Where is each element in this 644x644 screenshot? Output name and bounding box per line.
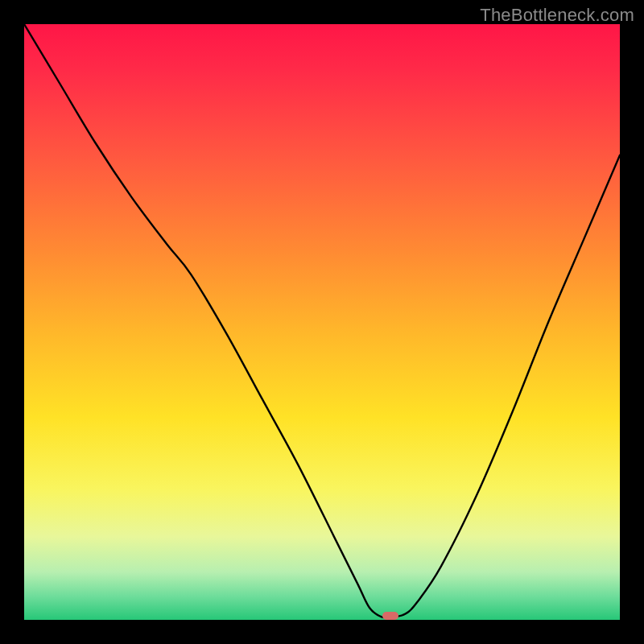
chart-frame: TheBottleneck.com — [0, 0, 644, 644]
optimal-marker — [382, 612, 398, 620]
watermark-text: TheBottleneck.com — [480, 5, 634, 26]
bottleneck-curve — [24, 24, 620, 620]
plot-area — [24, 24, 620, 620]
